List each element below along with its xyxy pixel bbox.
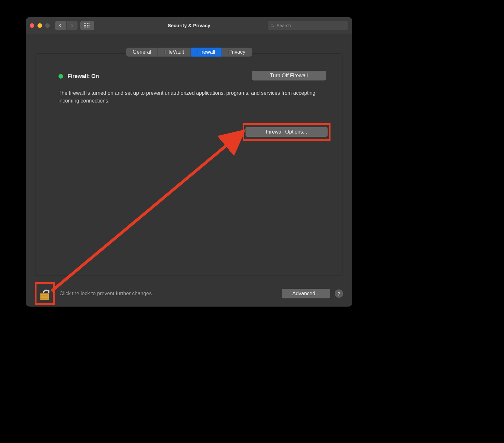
search-input[interactable]: [277, 23, 346, 28]
svg-rect-6: [40, 298, 49, 299]
window-controls: [30, 23, 50, 28]
firewall-options-button[interactable]: Firewall Options...: [246, 127, 328, 137]
chevron-right-icon: [70, 23, 74, 28]
window-body: Firewall: On Turn Off Firewall The firew…: [26, 34, 352, 307]
status-indicator-icon: [58, 74, 63, 79]
tab-firewall[interactable]: Firewall: [191, 48, 222, 57]
firewall-status-label: Firewall: On: [68, 73, 99, 80]
firewall-description: The firewall is turned on and set up to …: [58, 89, 320, 105]
close-window-button[interactable]: [30, 23, 34, 28]
advanced-button[interactable]: Advanced...: [282, 289, 330, 298]
tab-privacy[interactable]: Privacy: [222, 48, 252, 57]
forward-button[interactable]: [67, 21, 78, 30]
svg-rect-4: [40, 295, 49, 296]
content-panel: Firewall: On Turn Off Firewall The firew…: [36, 53, 342, 276]
titlebar: Security & Privacy: [26, 17, 352, 34]
footer: Click the lock to prevent further change…: [26, 281, 352, 307]
back-button[interactable]: [55, 21, 66, 30]
lock-hint-text: Click the lock to prevent further change…: [59, 291, 153, 297]
search-field[interactable]: [268, 21, 348, 30]
tab-filevault[interactable]: FileVault: [158, 48, 191, 57]
nav-buttons: [55, 21, 78, 30]
svg-point-0: [271, 24, 273, 26]
footer-right: Advanced... ?: [282, 289, 343, 298]
minimize-window-button[interactable]: [37, 23, 42, 28]
grid-icon: [84, 23, 91, 28]
chevron-left-icon: [58, 23, 63, 28]
help-button[interactable]: ?: [335, 289, 343, 298]
svg-rect-3: [40, 293, 49, 294]
tab-general[interactable]: General: [126, 48, 158, 57]
unlock-icon[interactable]: [39, 286, 51, 301]
turn-off-firewall-button[interactable]: Turn Off Firewall: [252, 71, 326, 81]
tab-bar: General FileVault Firewall Privacy: [126, 48, 252, 57]
show-all-button[interactable]: [80, 21, 94, 30]
firewall-status: Firewall: On: [58, 73, 99, 80]
svg-line-1: [273, 26, 274, 27]
preferences-window: Security & Privacy Firewall: On Turn Off…: [26, 17, 352, 307]
annotation-highlight-lock: [35, 282, 55, 305]
zoom-window-button[interactable]: [45, 23, 50, 28]
svg-rect-5: [40, 297, 49, 297]
search-icon: [270, 23, 275, 28]
annotation-highlight-options: Firewall Options...: [243, 123, 331, 141]
